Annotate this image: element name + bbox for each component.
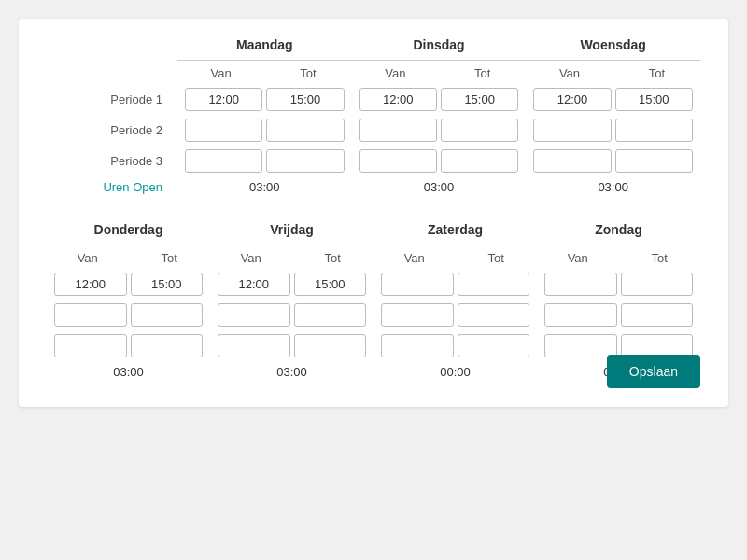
woensdag-periode1-tot[interactable] [615, 88, 693, 111]
zondag-periode1-van[interactable] [544, 273, 617, 296]
woensdag-periode3-inputs [526, 149, 700, 173]
maandag-periode2-van[interactable] [185, 119, 262, 142]
dinsdag-periode1-tot[interactable] [441, 88, 518, 111]
zaterdag-periode2-tot[interactable] [458, 303, 530, 327]
donderdag-periode3-tot[interactable] [131, 334, 204, 357]
zaterdag-periode3-tot[interactable] [458, 334, 530, 357]
woensdag-periode3-tot[interactable] [615, 149, 693, 173]
dinsdag-periode2-van[interactable] [359, 119, 437, 142]
donderdag-van-tot: Van Tot [47, 251, 210, 265]
maandag-van-tot: Van Tot [177, 66, 352, 80]
zondag-periode1-inputs [537, 273, 700, 296]
maandag-periode2-inputs [177, 119, 352, 142]
zondag-periode2-van[interactable] [544, 303, 617, 327]
top-van-tot-header: Van Tot Van Tot Van Tot [47, 66, 700, 80]
vrijdag-tot-label: Tot [292, 251, 374, 265]
woensdag-periode1-van[interactable] [533, 88, 611, 111]
zaterdag-periode1-van[interactable] [381, 273, 454, 296]
donderdag-periode3-van[interactable] [54, 334, 127, 357]
donderdag-van-label: Van [47, 251, 129, 265]
day-vrijdag: Vrijdag [210, 222, 374, 237]
zaterdag-periode3-van[interactable] [381, 334, 454, 357]
zondag-van-tot: Van Tot [537, 251, 700, 265]
zaterdag-periode3-inputs [374, 334, 537, 357]
top-days-header: Maandag Dinsdag Woensdag [47, 37, 700, 52]
dinsdag-tot-label: Tot [439, 66, 526, 80]
top-periode-3-row: Periode 3 [47, 149, 700, 173]
maandag-periode3-van[interactable] [185, 149, 262, 173]
day-dinsdag: Dinsdag [352, 37, 527, 52]
zondag-periode1-tot[interactable] [621, 273, 694, 296]
top-uren-row: Uren Open 03:00 03:00 03:00 [47, 180, 700, 194]
maandag-periode1-van[interactable] [185, 88, 262, 111]
woensdag-periode1-inputs [526, 88, 700, 111]
day-donderdag: Donderdag [47, 222, 210, 237]
maandag-periode1-inputs [177, 88, 352, 111]
vrijdag-periode3-inputs [210, 334, 374, 357]
bottom-divider [47, 241, 700, 245]
day-woensdag: Woensdag [526, 37, 700, 52]
top-periode-1-label: Periode 1 [47, 92, 177, 106]
top-periode-3-label: Periode 3 [47, 154, 177, 168]
vrijdag-periode3-tot[interactable] [294, 334, 367, 357]
top-periode-1-row: Periode 1 [47, 88, 700, 111]
woensdag-periode3-van[interactable] [533, 149, 611, 173]
save-button[interactable]: Opslaan [607, 355, 700, 388]
woensdag-uren: 03:00 [526, 180, 700, 194]
zaterdag-periode2-van[interactable] [381, 303, 454, 327]
vrijdag-uren: 03:00 [210, 365, 374, 379]
dinsdag-periode1-van[interactable] [359, 88, 437, 111]
donderdag-periode1-van[interactable] [54, 273, 127, 296]
dinsdag-periode2-inputs [352, 119, 527, 142]
zaterdag-van-tot: Van Tot [374, 251, 537, 265]
maandag-periode2-tot[interactable] [266, 119, 344, 142]
bottom-section: Donderdag Vrijdag Zaterdag Zondag Van To… [47, 222, 700, 379]
vrijdag-periode2-inputs [210, 303, 374, 327]
vrijdag-periode1-van[interactable] [218, 273, 290, 296]
dinsdag-periode3-tot[interactable] [441, 149, 518, 173]
bottom-uren-row: 03:00 03:00 00:00 00:00 [47, 365, 700, 379]
vrijdag-periode2-tot[interactable] [294, 303, 367, 327]
bottom-days-header: Donderdag Vrijdag Zaterdag Zondag [47, 222, 700, 237]
vrijdag-periode2-van[interactable] [218, 303, 290, 327]
zaterdag-van-label: Van [374, 251, 456, 265]
dinsdag-periode3-van[interactable] [359, 149, 437, 173]
zondag-periode3-van[interactable] [544, 334, 617, 357]
dinsdag-periode2-tot[interactable] [441, 119, 518, 142]
zaterdag-tot-label: Tot [456, 251, 538, 265]
dinsdag-van-tot: Van Tot [352, 66, 527, 80]
woensdag-tot-label: Tot [613, 66, 700, 80]
maandag-tot-label: Tot [264, 66, 351, 80]
vrijdag-periode1-tot[interactable] [294, 273, 367, 296]
bottom-periode-1-row [47, 273, 700, 296]
bottom-van-tot-header: Van Tot Van Tot Van Tot Van Tot [47, 251, 700, 265]
top-periode-2-label: Periode 2 [47, 123, 177, 137]
woensdag-periode2-van[interactable] [533, 119, 611, 142]
bottom-periode-2-row [47, 303, 700, 327]
zondag-periode2-inputs [537, 303, 700, 327]
donderdag-periode2-tot[interactable] [131, 303, 204, 327]
woensdag-van-tot: Van Tot [526, 66, 700, 80]
zaterdag-uren: 00:00 [374, 365, 537, 379]
zaterdag-periode2-inputs [374, 303, 537, 327]
vrijdag-periode3-van[interactable] [218, 334, 290, 357]
maandag-periode1-tot[interactable] [266, 88, 344, 111]
maandag-uren: 03:00 [177, 180, 352, 194]
dinsdag-uren: 03:00 [352, 180, 527, 194]
woensdag-van-label: Van [526, 66, 613, 80]
donderdag-periode2-inputs [47, 303, 210, 327]
top-divider [47, 56, 700, 61]
donderdag-tot-label: Tot [129, 251, 211, 265]
donderdag-periode1-inputs [47, 273, 210, 296]
donderdag-uren: 03:00 [47, 365, 210, 379]
donderdag-periode3-inputs [47, 334, 210, 357]
maandag-periode3-tot[interactable] [266, 149, 344, 173]
schedule-card: Maandag Dinsdag Woensdag Van Tot Van Tot… [19, 19, 728, 407]
zondag-periode2-tot[interactable] [621, 303, 694, 327]
donderdag-periode1-tot[interactable] [131, 273, 204, 296]
woensdag-periode2-tot[interactable] [615, 119, 693, 142]
zaterdag-periode1-tot[interactable] [458, 273, 530, 296]
maandag-van-label: Van [177, 66, 264, 80]
bottom-periode-3-row [47, 334, 700, 357]
donderdag-periode2-van[interactable] [54, 303, 127, 327]
